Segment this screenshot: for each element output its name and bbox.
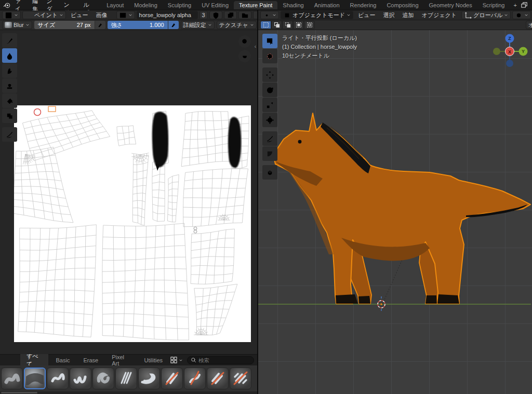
- tab-compositing[interactable]: Compositing: [381, 1, 423, 9]
- tool-soften[interactable]: [2, 48, 17, 63]
- paint-mode-selector[interactable]: ペイント: [22, 11, 66, 19]
- navigation-gizmo[interactable]: Z Y X: [493, 34, 528, 67]
- image-users-count[interactable]: 3: [200, 11, 208, 19]
- brush-thumb-smear-soft[interactable]: [92, 368, 114, 389]
- viewport-3d[interactable]: Z Y X: [258, 30, 532, 394]
- pan-button[interactable]: [238, 50, 251, 62]
- tool-clone[interactable]: [2, 78, 17, 93]
- options-dropdown[interactable]: オプション: [526, 21, 532, 29]
- tool-draw[interactable]: [2, 33, 17, 48]
- editor-type-button-3d[interactable]: [260, 11, 279, 19]
- texture-dropdown[interactable]: テクスチャ: [217, 21, 257, 29]
- hamburger-menu-icon[interactable]: [3, 356, 11, 364]
- sidebar-collapse-arrow[interactable]: ‹: [255, 44, 256, 49]
- shelf-tab-erase[interactable]: Erase: [77, 356, 104, 365]
- advanced-settings-dropdown[interactable]: 詳細設定: [181, 21, 215, 29]
- select-mode-extend[interactable]: [271, 21, 282, 29]
- brush-thumb-paint-multi[interactable]: [115, 368, 137, 389]
- mode-selector[interactable]: オブジェクトモード: [281, 11, 353, 19]
- menu-object[interactable]: オブジェクト: [419, 11, 460, 19]
- brush-size-slider[interactable]: サイズ 27 px: [34, 21, 95, 29]
- menu-view-3d[interactable]: ビュー: [355, 11, 379, 19]
- menu-add[interactable]: 追加: [400, 11, 417, 19]
- texture-canvas[interactable]: [14, 105, 251, 342]
- gizmo-z-neg-axis[interactable]: [506, 60, 513, 67]
- scene-icon: [521, 1, 528, 9]
- open-image-button[interactable]: [238, 11, 251, 19]
- tool-select-box[interactable]: [262, 34, 277, 48]
- transform-orientation-dropdown[interactable]: グローバル: [461, 11, 511, 19]
- tab-sculpting[interactable]: Sculpting: [163, 1, 196, 9]
- viewport-header: オブジェクトモード ビュー 選択 追加 オブジェクト グローバル: [258, 10, 532, 20]
- image-editor-pane: ペイント ビュー 画像 horse_lowpoly alpha 3 Blur: [0, 10, 258, 394]
- gizmo-y-neg-axis[interactable]: [493, 48, 500, 55]
- brush-thumb-airbrush[interactable]: [1, 368, 23, 389]
- select-mode-intersect[interactable]: [304, 21, 315, 29]
- brush-thumb-erase-dots[interactable]: [230, 368, 251, 389]
- image-name-field[interactable]: horse_lowpoly alpha: [137, 11, 198, 19]
- menu-select[interactable]: 選択: [380, 11, 398, 19]
- strength-label: 強さ: [111, 21, 123, 29]
- fake-user-button[interactable]: [209, 11, 222, 19]
- shelf-tab-basic[interactable]: Basic: [49, 356, 76, 365]
- tool-annotate-3d[interactable]: [262, 131, 277, 146]
- blender-logo-icon[interactable]: [3, 1, 11, 9]
- brush-selector[interactable]: Blur: [2, 21, 32, 29]
- snap-toggle[interactable]: [512, 11, 531, 19]
- select-mode-subtract[interactable]: [282, 21, 293, 29]
- tool-fill[interactable]: [2, 93, 17, 108]
- tab-rendering[interactable]: Rendering: [345, 1, 382, 9]
- brush-thumb-draw-soft[interactable]: [47, 368, 69, 389]
- tool-annotate[interactable]: [2, 127, 17, 142]
- horse-object[interactable]: [273, 113, 530, 304]
- add-workspace-button[interactable]: +: [510, 1, 520, 9]
- brush-thumb-blur[interactable]: [24, 368, 46, 389]
- tool-measure[interactable]: [262, 146, 277, 161]
- tab-layout[interactable]: Layout: [101, 1, 129, 9]
- menu-image[interactable]: 画像: [93, 11, 111, 19]
- tab-scripting[interactable]: Scripting: [477, 1, 510, 9]
- viewport-tool-settings: オプション: [258, 20, 532, 30]
- select-mode-invert[interactable]: [293, 21, 304, 29]
- editor-type-button[interactable]: [2, 11, 21, 19]
- tool-rotate[interactable]: [262, 83, 277, 97]
- shelf-display-options[interactable]: [170, 356, 183, 364]
- tool-mask[interactable]: [2, 108, 17, 123]
- tab-modeling[interactable]: Modeling: [129, 1, 163, 9]
- chevron-down-icon: [25, 23, 30, 26]
- brush-thumb-erase-streak[interactable]: [184, 368, 206, 389]
- search-input[interactable]: [198, 357, 250, 363]
- new-image-button[interactable]: [224, 11, 237, 19]
- scene-selector[interactable]: Sc: [521, 1, 529, 9]
- tool-add-cube[interactable]: [262, 165, 277, 180]
- zoom-button[interactable]: [238, 35, 251, 48]
- brush-thumb-erase-soft[interactable]: [161, 368, 183, 389]
- uv-canvas-area[interactable]: ‹: [0, 30, 257, 354]
- brush-thumb-erase-hard[interactable]: [207, 368, 229, 389]
- brush-thumb-smear-swirl[interactable]: [138, 368, 160, 389]
- tool-3d-cursor[interactable]: [262, 49, 277, 63]
- unlink-image-button[interactable]: [253, 11, 257, 19]
- shelf-search[interactable]: [187, 356, 254, 364]
- tool-smear[interactable]: [2, 63, 17, 78]
- painted-mane-black: [152, 112, 168, 167]
- tab-uv-editing[interactable]: UV Editing: [196, 1, 234, 9]
- tab-shading[interactable]: Shading: [277, 1, 309, 9]
- shelf-scrollbar[interactable]: [0, 391, 257, 394]
- tool-move[interactable]: [262, 67, 277, 82]
- strength-pressure-toggle[interactable]: [168, 21, 179, 29]
- browse-image-button[interactable]: [116, 11, 135, 19]
- size-pressure-toggle[interactable]: [95, 21, 105, 29]
- tab-animation[interactable]: Animation: [309, 1, 345, 9]
- select-mode-set[interactable]: [260, 21, 271, 29]
- tab-texture-paint[interactable]: Texture Paint: [234, 1, 277, 9]
- menu-view-image-editor[interactable]: ビュー: [68, 11, 91, 19]
- brush-strength-slider[interactable]: 強さ 1.000: [108, 21, 168, 29]
- shelf-tab-utilities[interactable]: Utilities: [138, 356, 169, 365]
- tab-geometry-nodes[interactable]: Geometry Nodes: [424, 1, 477, 9]
- strength-value: 1.000: [150, 22, 164, 28]
- tool-scale[interactable]: [262, 98, 277, 112]
- tool-transform[interactable]: [262, 113, 277, 127]
- select-box-icon: [266, 37, 274, 45]
- brush-thumb-draw-ink[interactable]: [70, 368, 91, 389]
